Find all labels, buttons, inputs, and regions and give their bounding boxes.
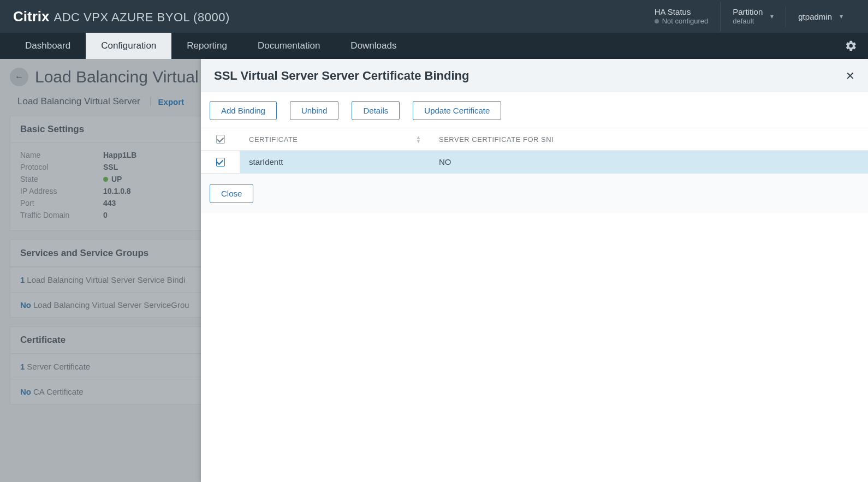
partition-value: default [733,17,763,26]
product-name: ADC VPX AZURE BYOL (8000) [53,10,229,25]
col-sni[interactable]: SERVER CERTIFICATE FOR SNI [439,135,554,144]
update-certificate-button[interactable]: Update Certificate [413,101,501,120]
gear-icon [845,40,857,52]
table-header: CERTIFICATE ▲▼ SERVER CERTIFICATE FOR SN… [201,128,868,151]
unbind-button[interactable]: Unbind [290,101,339,120]
ha-status-dot-icon [655,19,659,23]
partition-selector[interactable]: Partition default ▾ [720,2,786,31]
table-row[interactable]: starIdentt NO [201,151,868,174]
user-menu[interactable]: gtpadmin ▾ [786,7,855,27]
chevron-down-icon: ▾ [840,13,843,20]
cert-binding-modal: SSL Virtual Server Server Certificate Bi… [201,59,868,482]
modal-title: SSL Virtual Server Server Certificate Bi… [214,69,469,83]
row-checkbox[interactable] [216,158,225,166]
tab-downloads[interactable]: Downloads [335,33,412,59]
cell-sni: NO [439,157,451,166]
settings-gear[interactable] [834,33,868,59]
close-icon[interactable]: ✕ [846,69,855,82]
select-all-checkbox[interactable] [216,135,225,144]
col-certificate[interactable]: CERTIFICATE [249,135,298,144]
nav-bar: Dashboard Configuration Reporting Docume… [0,33,868,59]
details-button[interactable]: Details [352,101,400,120]
chevron-down-icon: ▾ [770,13,774,20]
ha-status-label: HA Status [655,7,691,17]
ha-status[interactable]: HA Status Not configured [643,2,721,31]
cell-certificate: starIdentt [249,157,283,166]
add-binding-button[interactable]: Add Binding [210,101,277,120]
brand-block: Citrix ADC VPX AZURE BYOL (8000) [13,8,230,25]
certificate-table: CERTIFICATE ▲▼ SERVER CERTIFICATE FOR SN… [201,128,868,174]
tab-reporting[interactable]: Reporting [171,33,242,59]
select-all-cell[interactable] [201,128,240,150]
modal-toolbar: Add Binding Unbind Details Update Certif… [201,92,868,128]
partition-label: Partition [733,7,763,17]
sort-icon[interactable]: ▲▼ [416,135,421,143]
top-bar: Citrix ADC VPX AZURE BYOL (8000) HA Stat… [0,0,868,33]
ha-status-value: Not configured [662,17,709,26]
tab-dashboard[interactable]: Dashboard [10,33,86,59]
user-name: gtpadmin [798,12,832,21]
tab-configuration[interactable]: Configuration [86,33,171,59]
topbar-right: HA Status Not configured Partition defau… [643,2,855,31]
close-button[interactable]: Close [210,184,253,203]
tab-documentation[interactable]: Documentation [242,33,335,59]
brand: Citrix [13,8,49,25]
